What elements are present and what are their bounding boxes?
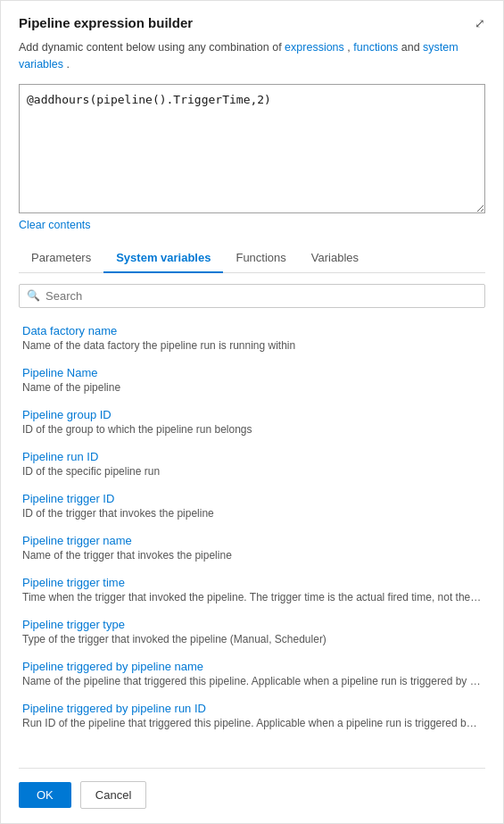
variable-item[interactable]: Pipeline trigger typeType of the trigger…: [19, 611, 485, 653]
variable-item[interactable]: Pipeline triggered by pipeline run IDRun…: [19, 695, 485, 737]
pipeline-expression-builder-panel: Pipeline expression builder ⤢ Add dynami…: [0, 0, 504, 824]
cancel-button[interactable]: Cancel: [80, 781, 146, 809]
expression-textarea[interactable]: [19, 84, 485, 213]
variable-desc: Time when the trigger that invoked the p…: [22, 591, 482, 603]
functions-link[interactable]: functions: [353, 41, 398, 54]
variable-name: Data factory name: [22, 324, 482, 337]
variable-item[interactable]: Pipeline group IDID of the group to whic…: [19, 401, 485, 443]
variable-desc: Type of the trigger that invoked the pip…: [22, 633, 482, 645]
tabs-section: ParametersSystem variablesFunctionsVaria…: [19, 244, 485, 273]
variable-name: Pipeline triggered by pipeline run ID: [22, 702, 482, 715]
variable-item[interactable]: Pipeline run IDID of the specific pipeli…: [19, 443, 485, 485]
variable-item[interactable]: Pipeline triggered by pipeline nameName …: [19, 653, 485, 695]
variable-name: Pipeline trigger ID: [22, 492, 482, 505]
variable-desc: Name of the data factory the pipeline ru…: [22, 339, 482, 352]
tab-variables[interactable]: Variables: [299, 244, 371, 273]
tab-functions[interactable]: Functions: [223, 244, 298, 273]
variable-item[interactable]: Pipeline NameName of the pipeline: [19, 359, 485, 401]
variable-name: Pipeline trigger time: [22, 576, 482, 589]
tab-system-variables[interactable]: System variables: [103, 244, 223, 273]
variable-item[interactable]: Pipeline trigger timeTime when the trigg…: [19, 569, 485, 611]
variable-name: Pipeline Name: [22, 366, 482, 379]
variable-name: Pipeline triggered by pipeline name: [22, 660, 482, 673]
variable-item[interactable]: Data factory nameName of the data factor…: [19, 317, 485, 359]
expand-icon[interactable]: ⤢: [475, 16, 485, 30]
footer: OK Cancel: [19, 768, 485, 809]
search-box: 🔍: [19, 284, 485, 308]
variable-desc: ID of the group to which the pipeline ru…: [22, 423, 482, 436]
desc-sep2: and: [401, 41, 423, 54]
panel-title: Pipeline expression builder: [19, 15, 193, 30]
variable-name: Pipeline run ID: [22, 450, 482, 463]
variable-item[interactable]: Pipeline trigger IDID of the trigger tha…: [19, 485, 485, 527]
variables-list: Data factory nameName of the data factor…: [19, 317, 485, 769]
clear-contents-link[interactable]: Clear contents: [19, 219, 485, 231]
tab-parameters[interactable]: Parameters: [19, 244, 103, 273]
desc-suffix: .: [67, 58, 70, 71]
expressions-link[interactable]: expressions: [285, 41, 344, 54]
variable-name: Pipeline group ID: [22, 408, 482, 421]
variable-desc: Name of the trigger that invokes the pip…: [22, 549, 482, 562]
description-prefix: Add dynamic content below using any comb…: [19, 41, 285, 54]
description-line: Add dynamic content below using any comb…: [19, 39, 485, 73]
variable-desc: Run ID of the pipeline that triggered th…: [22, 717, 482, 729]
search-input[interactable]: [45, 289, 477, 303]
variable-name: Pipeline trigger type: [22, 618, 482, 631]
variable-desc: ID of the specific pipeline run: [22, 465, 482, 478]
variable-name: Pipeline trigger name: [22, 534, 482, 547]
ok-button[interactable]: OK: [19, 782, 71, 808]
variable-item[interactable]: Pipeline trigger nameName of the trigger…: [19, 527, 485, 569]
variable-desc: ID of the trigger that invokes the pipel…: [22, 507, 482, 520]
panel-header: Pipeline expression builder ⤢: [19, 15, 485, 30]
variable-desc: Name of the pipeline: [22, 381, 482, 394]
search-icon: 🔍: [27, 289, 40, 302]
variable-desc: Name of the pipeline that triggered this…: [22, 675, 482, 687]
